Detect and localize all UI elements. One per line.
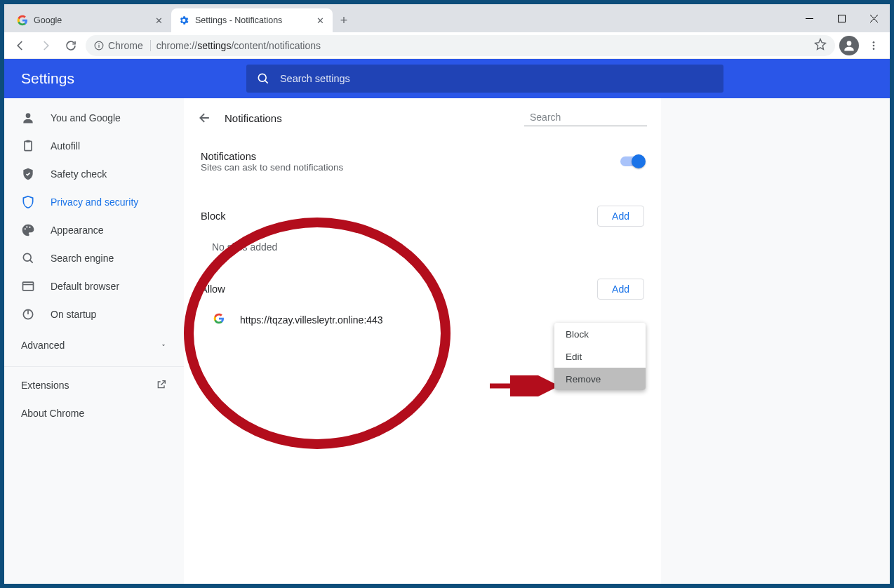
reload-button[interactable] — [60, 35, 81, 56]
content-subheader: Notifications — [184, 98, 661, 138]
content-right-gap — [661, 98, 890, 584]
settings-title: Settings — [21, 70, 74, 87]
bookmark-star-icon[interactable] — [814, 38, 827, 53]
new-tab-button[interactable]: + — [334, 11, 354, 30]
gear-icon — [178, 15, 189, 26]
back-arrow-button[interactable] — [198, 111, 212, 125]
sidebar-item-label: Default browser — [51, 281, 119, 292]
close-tab-icon[interactable]: ✕ — [314, 15, 326, 26]
settings-content: Notifications Notifications Sites can as… — [184, 98, 890, 584]
window-controls — [793, 4, 890, 32]
allow-site-url: https://tqzay.villesleytr.online:443 — [240, 314, 383, 326]
forward-button[interactable] — [35, 35, 56, 56]
site-favicon-icon — [213, 313, 227, 327]
settings-header: Settings — [4, 59, 890, 98]
search-icon — [21, 251, 35, 265]
browser-icon — [21, 279, 35, 293]
person-icon — [21, 111, 35, 125]
settings-sidebar: You and Google Autofill Safety check Pri… — [4, 98, 184, 584]
page-title: Notifications — [225, 112, 282, 124]
notifications-heading: Notifications — [201, 151, 343, 162]
url-text: chrome://settings/content/notifications — [156, 40, 321, 51]
tab-google[interactable]: Google ✕ — [10, 8, 171, 32]
sidebar-about-chrome[interactable]: About Chrome — [4, 399, 184, 427]
svg-line-20 — [30, 260, 33, 263]
svg-point-16 — [25, 228, 26, 229]
back-button[interactable] — [10, 35, 31, 56]
svg-point-9 — [873, 44, 875, 46]
clipboard-icon — [21, 139, 35, 153]
annotation-arrow — [490, 375, 560, 396]
notifications-toggle[interactable] — [620, 156, 644, 166]
site-context-menu: Block Edit Remove — [554, 323, 646, 390]
svg-rect-5 — [98, 44, 99, 47]
notifications-desc: Sites can ask to send notifications — [201, 162, 343, 173]
sidebar-privacy-security[interactable]: Privacy and security — [4, 188, 184, 216]
menu-button[interactable] — [863, 35, 884, 56]
svg-point-11 — [258, 74, 266, 81]
profile-avatar[interactable] — [839, 36, 859, 55]
sidebar-safety-check[interactable]: Safety check — [4, 160, 184, 188]
svg-rect-1 — [838, 15, 845, 22]
sidebar-item-label: Appearance — [51, 225, 104, 236]
content-search-input[interactable] — [530, 112, 653, 123]
sidebar-extensions[interactable]: Extensions — [4, 371, 184, 399]
svg-point-19 — [23, 253, 31, 261]
chevron-down-icon — [160, 340, 167, 351]
search-icon — [256, 72, 270, 86]
browser-toolbar: Chrome chrome://settings/content/notific… — [4, 32, 890, 59]
google-favicon-icon — [17, 15, 28, 26]
shield-check-icon — [21, 167, 35, 181]
site-chip: Chrome — [94, 40, 151, 51]
sidebar-autofill[interactable]: Autofill — [4, 132, 184, 160]
svg-point-7 — [847, 41, 852, 46]
settings-search-input[interactable] — [280, 73, 714, 84]
block-add-button[interactable]: Add — [597, 206, 644, 227]
sidebar-item-label: You and Google — [51, 112, 121, 123]
advanced-label: Advanced — [21, 340, 65, 351]
minimize-button[interactable] — [793, 7, 825, 29]
palette-icon — [21, 223, 35, 237]
svg-point-13 — [26, 113, 31, 118]
settings-search[interactable] — [246, 65, 723, 93]
sidebar-search-engine[interactable]: Search engine — [4, 244, 184, 272]
allow-add-button[interactable]: Add — [597, 279, 644, 300]
sidebar-you-and-google[interactable]: You and Google — [4, 104, 184, 132]
sidebar-item-label: Safety check — [51, 168, 107, 180]
shield-icon — [21, 195, 35, 209]
maximize-button[interactable] — [825, 7, 858, 29]
sidebar-advanced[interactable]: Advanced — [4, 328, 184, 362]
sidebar-default-browser[interactable]: Default browser — [4, 272, 184, 300]
close-tab-icon[interactable]: ✕ — [153, 15, 164, 26]
about-label: About Chrome — [21, 408, 84, 419]
svg-rect-6 — [98, 43, 99, 44]
block-empty-text: No sites added — [184, 234, 661, 267]
svg-line-12 — [265, 81, 268, 83]
open-external-icon — [156, 379, 167, 392]
context-menu-edit[interactable]: Edit — [554, 345, 646, 368]
sidebar-on-startup[interactable]: On startup — [4, 300, 184, 328]
info-icon — [94, 41, 104, 51]
extensions-label: Extensions — [21, 380, 69, 391]
sidebar-item-label: Privacy and security — [51, 196, 138, 208]
address-bar[interactable]: Chrome chrome://settings/content/notific… — [86, 35, 835, 56]
tab-google-label: Google — [34, 15, 62, 25]
sidebar-appearance[interactable]: Appearance — [4, 216, 184, 244]
context-menu-remove[interactable]: Remove — [554, 368, 646, 390]
svg-point-17 — [26, 226, 27, 227]
svg-rect-15 — [27, 140, 30, 142]
svg-rect-14 — [25, 141, 32, 150]
separator — [4, 366, 184, 367]
sidebar-item-label: Autofill — [51, 140, 80, 152]
svg-point-18 — [29, 227, 30, 228]
context-menu-block[interactable]: Block — [554, 323, 646, 345]
block-heading: Block — [201, 211, 225, 222]
close-window-button[interactable] — [858, 7, 890, 29]
tab-settings[interactable]: Settings - Notifications ✕ — [171, 8, 333, 32]
sidebar-item-label: On startup — [51, 309, 96, 320]
tab-strip: Google ✕ Settings - Notifications ✕ + — [4, 4, 890, 32]
content-search[interactable] — [524, 110, 647, 126]
svg-point-8 — [873, 41, 875, 44]
sidebar-item-label: Search engine — [51, 253, 114, 264]
site-chip-label: Chrome — [108, 40, 143, 51]
